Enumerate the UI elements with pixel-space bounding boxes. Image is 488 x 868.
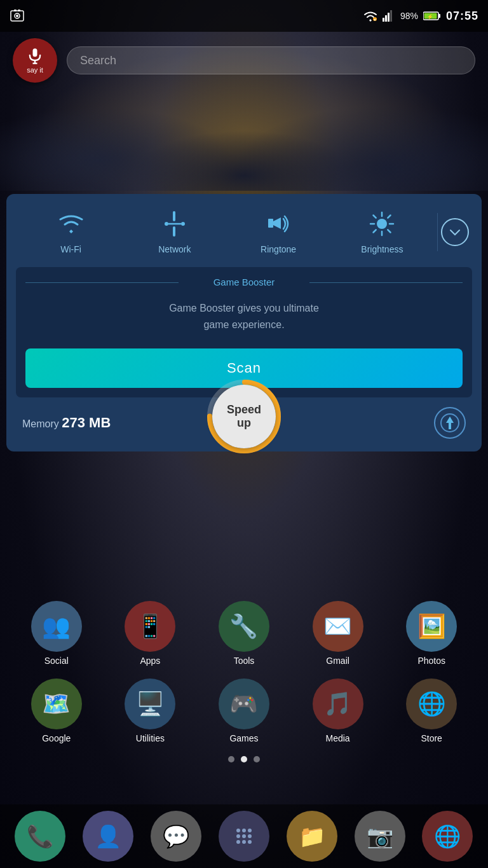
utilities-icon: 🖥️ xyxy=(125,679,175,729)
app-store[interactable]: 🌐 Store xyxy=(400,679,463,743)
files-icon: 📁 xyxy=(299,823,325,849)
svg-rect-9 xyxy=(388,13,390,22)
app-games[interactable]: 🎮 Games xyxy=(212,679,276,743)
search-bar[interactable]: Search xyxy=(67,46,475,74)
svg-point-21 xyxy=(181,222,185,226)
google-icon: 🗺️ xyxy=(31,679,82,729)
google-label: Google xyxy=(42,733,71,743)
speed-up-text: Speedup xyxy=(227,403,261,431)
store-label: Store xyxy=(421,733,442,743)
svg-rect-23 xyxy=(268,219,273,228)
app-row-1: 👥 Social 📱 Apps 🔧 Tools ✉️ Gmail 🖼️ xyxy=(10,601,478,666)
dock-chrome[interactable]: 🌐 xyxy=(422,811,473,862)
svg-point-39 xyxy=(236,834,240,838)
mic-label: say it xyxy=(27,66,43,74)
messages-icon: 💬 xyxy=(163,823,189,849)
svg-line-30 xyxy=(388,230,391,232)
camera-icon: 📷 xyxy=(367,823,393,849)
svg-point-44 xyxy=(248,840,252,844)
app-grid-area: 👥 Social 📱 Apps 🔧 Tools ✉️ Gmail 🖼️ xyxy=(0,601,488,775)
svg-line-32 xyxy=(374,230,376,232)
wifi-icon xyxy=(57,210,85,238)
svg-point-43 xyxy=(242,840,246,844)
svg-rect-7 xyxy=(383,18,384,22)
memory-value: 273 MB xyxy=(62,415,111,431)
mic-icon xyxy=(26,47,44,65)
memory-label: Memory xyxy=(22,418,59,429)
gmail-label: Gmail xyxy=(326,656,349,666)
dock-app-drawer[interactable] xyxy=(219,811,269,862)
apps-icon: 📱 xyxy=(125,601,175,652)
brightness-icon xyxy=(368,210,396,238)
utilities-label: Utilities xyxy=(136,733,165,743)
gmail-icon: ✉️ xyxy=(313,601,363,652)
app-drawer-icon xyxy=(233,825,255,848)
app-photos[interactable]: 🖼️ Photos xyxy=(400,601,463,666)
app-social[interactable]: 👥 Social xyxy=(25,601,88,666)
mic-button[interactable]: say it xyxy=(13,38,57,83)
svg-rect-3 xyxy=(14,10,17,11)
app-tools[interactable]: 🔧 Tools xyxy=(212,601,276,666)
speed-up-wrapper: Speedup xyxy=(206,378,282,455)
game-booster-title: Game Booster xyxy=(25,277,463,287)
svg-point-2 xyxy=(16,15,18,17)
photos-icon: 🖼️ xyxy=(406,601,457,652)
svg-rect-18 xyxy=(173,211,175,221)
nav-icon[interactable] xyxy=(434,407,466,439)
brightness-label: Brightness xyxy=(361,244,403,254)
dot-2[interactable] xyxy=(241,756,247,762)
qs-wifi[interactable]: Wi-Fi xyxy=(19,210,123,254)
network-label: Network xyxy=(158,244,191,254)
app-google[interactable]: 🗺️ Google xyxy=(25,679,88,743)
ringtone-icon xyxy=(264,210,292,238)
dock-camera[interactable]: 📷 xyxy=(355,811,405,862)
apps-label: Apps xyxy=(140,656,160,666)
svg-rect-8 xyxy=(385,15,387,22)
chevron-down-icon xyxy=(448,225,462,239)
game-booster-description: Game Booster gives you ultimategame expe… xyxy=(25,300,463,333)
speed-up-inner[interactable]: Speedup xyxy=(212,385,276,448)
battery-icon: ⚡ xyxy=(423,11,441,21)
svg-point-38 xyxy=(248,829,252,832)
dot-3[interactable] xyxy=(254,756,260,762)
qs-brightness[interactable]: Brightness xyxy=(330,210,434,254)
app-gmail[interactable]: ✉️ Gmail xyxy=(306,601,370,666)
speed-up-circle[interactable]: Speedup xyxy=(206,378,282,455)
dock-messages[interactable]: 💬 xyxy=(151,811,201,862)
svg-point-40 xyxy=(242,834,246,838)
media-label: Media xyxy=(326,733,350,743)
quick-settings: Wi-Fi Network xyxy=(6,194,482,267)
wifi-status-icon: ▼ xyxy=(363,10,377,22)
arrow-nav-icon xyxy=(440,413,460,433)
media-icon: 🎵 xyxy=(313,679,363,729)
store-icon: 🌐 xyxy=(406,679,457,729)
qs-network[interactable]: Network xyxy=(123,210,226,254)
games-icon: 🎮 xyxy=(219,679,269,729)
dock-files[interactable]: 📁 xyxy=(287,811,337,862)
dock-phone[interactable]: 📞 xyxy=(15,811,65,862)
svg-point-20 xyxy=(165,222,168,226)
status-right: ▼ 98% ⚡ 07:55 xyxy=(363,10,478,23)
qs-ringtone[interactable]: Ringtone xyxy=(227,210,330,254)
search-area: say it Search xyxy=(13,41,475,79)
svg-point-41 xyxy=(248,834,252,838)
contacts-icon: 👤 xyxy=(95,823,121,849)
svg-point-24 xyxy=(377,219,387,229)
status-bar: ▼ 98% ⚡ 07:55 xyxy=(0,0,488,32)
app-media[interactable]: 🎵 Media xyxy=(306,679,370,743)
panel-bottom: Memory 273 MB Speedup xyxy=(6,397,482,439)
dot-1[interactable] xyxy=(228,756,234,762)
main-panel: Wi-Fi Network xyxy=(6,194,482,451)
svg-point-37 xyxy=(242,829,246,832)
app-utilities[interactable]: 🖥️ Utilities xyxy=(118,679,182,743)
app-row-2: 🗺️ Google 🖥️ Utilities 🎮 Games 🎵 Media 🌐 xyxy=(10,679,478,743)
dock-contacts[interactable]: 👤 xyxy=(83,811,133,862)
photos-label: Photos xyxy=(417,656,445,666)
battery-percentage: 98% xyxy=(400,11,418,21)
ringtone-label: Ringtone xyxy=(261,244,296,254)
games-label: Games xyxy=(229,733,258,743)
svg-rect-12 xyxy=(438,14,440,18)
qs-more-button[interactable] xyxy=(441,218,469,246)
page-dots xyxy=(10,756,478,762)
app-apps[interactable]: 📱 Apps xyxy=(118,601,182,666)
